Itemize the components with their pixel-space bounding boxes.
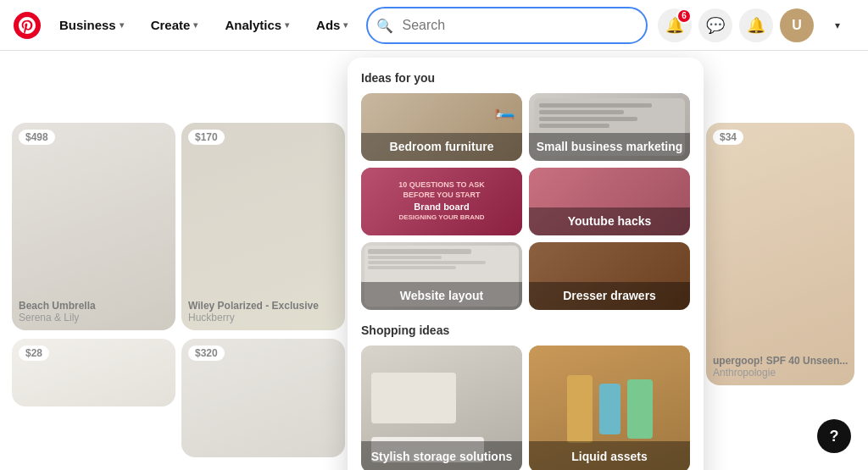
ads-menu[interactable]: Ads ▾	[308, 11, 356, 39]
idea-website-layout[interactable]: Website layout	[361, 242, 522, 310]
shop-storage[interactable]: Stylish storage solutions	[361, 346, 522, 470]
idea-dresser-label: Dresser drawers	[529, 282, 690, 310]
shopping-grid: Stylish storage solutions Liquid assets	[361, 346, 690, 470]
create-menu[interactable]: Create ▾	[142, 11, 207, 39]
idea-youtube-hacks[interactable]: Youtube hacks	[529, 168, 690, 235]
shop-liquid[interactable]: Liquid assets	[529, 346, 690, 470]
updates-button[interactable]: 🔔	[739, 8, 773, 42]
create-chevron-icon: ▾	[193, 20, 198, 30]
idea-brand-board[interactable]: 10 QUESTIONS TO ASKBEFORE YOU STARTBrand…	[361, 168, 522, 235]
shopping-section-label: Shopping ideas	[361, 323, 690, 337]
navbar: Business ▾ Create ▾ Analytics ▾ Ads ▾ 🔍 …	[0, 0, 868, 51]
notifications-button[interactable]: 🔔 6	[658, 8, 692, 42]
business-chevron-icon: ▾	[120, 20, 124, 30]
search-dropdown: Ideas for you Bedroom furniture Small bu…	[348, 58, 704, 470]
nav-icons: 🔔 6 💬 🔔 U ▾	[658, 8, 854, 42]
search-input[interactable]	[366, 7, 648, 44]
account-chevron-icon[interactable]: ▾	[821, 8, 854, 42]
idea-small-business[interactable]: Small business marketing	[529, 93, 690, 161]
idea-bedroom-furniture[interactable]: Bedroom furniture	[361, 93, 522, 161]
business-menu[interactable]: Business ▾	[51, 11, 132, 39]
idea-bedroom-label: Bedroom furniture	[361, 133, 522, 161]
idea-website-label: Website layout	[361, 282, 522, 310]
pinterest-logo[interactable]	[14, 12, 41, 39]
analytics-chevron-icon: ▾	[285, 20, 289, 30]
analytics-label: Analytics	[225, 18, 281, 32]
messages-button[interactable]: 💬	[698, 8, 732, 42]
dropdown-overlay: Ideas for you Bedroom furniture Small bu…	[0, 51, 868, 470]
notification-badge: 6	[676, 8, 692, 24]
business-label: Business	[59, 18, 116, 32]
analytics-menu[interactable]: Analytics ▾	[216, 11, 298, 39]
shop-storage-label: Stylish storage solutions	[361, 441, 522, 470]
ads-chevron-icon: ▾	[343, 20, 348, 30]
profile-avatar[interactable]: U	[780, 8, 814, 42]
help-button[interactable]: ?	[817, 419, 851, 453]
help-label: ?	[830, 428, 839, 445]
ideas-section-label: Ideas for you	[361, 71, 690, 85]
ads-label: Ads	[316, 18, 340, 32]
create-label: Create	[151, 18, 191, 32]
idea-small-business-label: Small business marketing	[529, 133, 690, 161]
search-icon: 🔍	[376, 17, 393, 33]
search-wrapper: 🔍	[366, 7, 648, 44]
ideas-grid: Bedroom furniture Small business marketi…	[361, 93, 690, 310]
idea-dresser-drawers[interactable]: Dresser drawers	[529, 242, 690, 310]
idea-youtube-label: Youtube hacks	[529, 207, 690, 235]
shop-liquid-label: Liquid assets	[529, 441, 690, 470]
